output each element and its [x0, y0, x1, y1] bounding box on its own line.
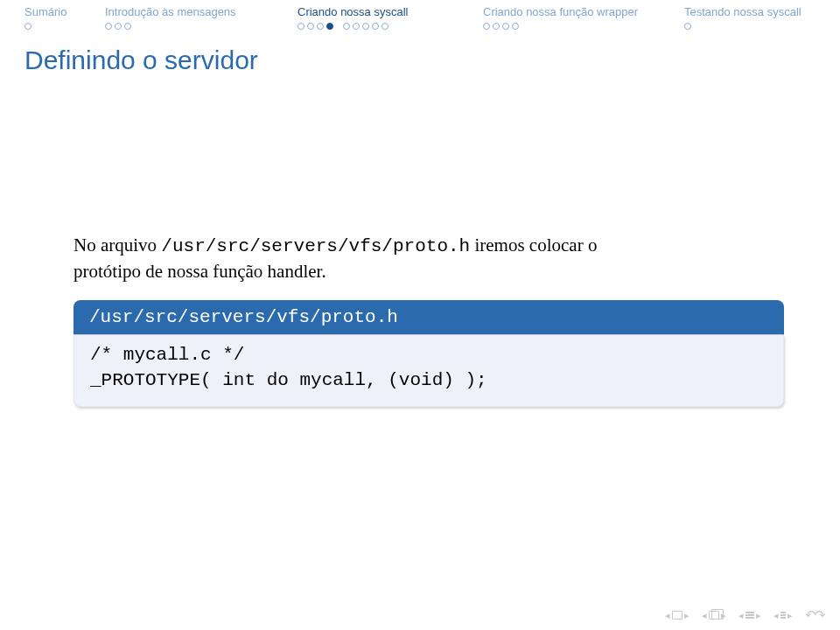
nav-subsection-icon[interactable]: ◂▸: [774, 610, 793, 621]
progress-dot-icon[interactable]: [105, 23, 112, 30]
underscore-space: _: [90, 370, 102, 390]
nav-dots: [483, 23, 519, 30]
progress-dot-icon[interactable]: [343, 23, 350, 30]
nav-title[interactable]: Criando nossa função wrapper: [483, 5, 638, 19]
progress-dot-icon[interactable]: [512, 23, 519, 30]
progress-dot-icon[interactable]: [24, 23, 32, 30]
nav-item-testando[interactable]: Testando nossa syscall: [684, 5, 840, 30]
nav-dots: [105, 23, 131, 30]
nav-title[interactable]: Sumário: [24, 5, 66, 19]
progress-dot-icon[interactable]: [124, 23, 131, 30]
nav-item-sumario[interactable]: Sumário: [24, 5, 105, 30]
frame-title: Definindo o servidor: [24, 46, 258, 75]
progress-dot-icon[interactable]: [493, 23, 500, 30]
nav-dots: [24, 23, 32, 30]
progress-dot-icon[interactable]: [483, 23, 490, 30]
progress-dot-icon[interactable]: [115, 23, 122, 30]
progress-dot-icon[interactable]: [372, 23, 379, 30]
nav-section-icon[interactable]: ◂▸: [738, 610, 761, 621]
nav-title[interactable]: Testando nossa syscall: [684, 5, 802, 19]
code-block-title: /usr/src/servers/vfs/proto.h: [74, 300, 784, 334]
code-block: /usr/src/servers/vfs/proto.h /* mycall.c…: [74, 300, 784, 407]
progress-dot-icon[interactable]: [307, 23, 314, 30]
nav-item-introducao[interactable]: Introdução às mensagens: [105, 5, 298, 30]
progress-dot-icon[interactable]: [382, 23, 388, 30]
body-paragraph: No arquivo /usr/src/servers/vfs/proto.h …: [74, 233, 788, 284]
nav-dots: [684, 23, 691, 30]
nav-slide-icon[interactable]: ◂▸: [665, 610, 690, 621]
nav-item-criando-syscall[interactable]: Criando nossa syscall: [298, 5, 483, 30]
progress-dot-icon[interactable]: [298, 23, 304, 30]
progress-dot-icon[interactable]: [362, 23, 369, 30]
section-nav: Sumário Introdução às mensagens Criando …: [0, 0, 840, 30]
progress-dot-current-icon[interactable]: [326, 23, 333, 30]
progress-dot-icon[interactable]: [502, 23, 509, 30]
nav-dots: [298, 23, 388, 30]
nav-title[interactable]: Introdução às mensagens: [105, 5, 236, 19]
code-path: /usr/src/servers/vfs/proto.h: [161, 236, 470, 256]
progress-dot-icon[interactable]: [317, 23, 324, 30]
progress-dot-icon[interactable]: [684, 23, 691, 30]
text-run: No arquivo: [74, 234, 161, 256]
text-run: protótipo de nossa função handler.: [74, 261, 326, 282]
text-run: iremos colocar o: [470, 234, 597, 256]
code-line: /* mycall.c */: [90, 345, 244, 365]
code-line: PROTOTYPE( int do mycall, (void) );: [102, 370, 487, 390]
slide-body: No arquivo /usr/src/servers/vfs/proto.h …: [74, 233, 788, 407]
nav-item-criando-wrapper[interactable]: Criando nossa função wrapper: [483, 5, 684, 30]
nav-title[interactable]: Criando nossa syscall: [298, 5, 408, 19]
beamer-nav-symbols: ◂▸ ◂▸ ◂▸ ◂▸ ↶↷: [665, 607, 824, 623]
code-block-body: /* mycall.c */ _PROTOTYPE( int do mycall…: [74, 334, 784, 407]
nav-back-forward-icon[interactable]: ↶↷: [805, 607, 824, 623]
dot-group-gap: [336, 23, 340, 30]
nav-frame-icon[interactable]: ◂▸: [702, 610, 726, 621]
progress-dot-icon[interactable]: [353, 23, 360, 30]
